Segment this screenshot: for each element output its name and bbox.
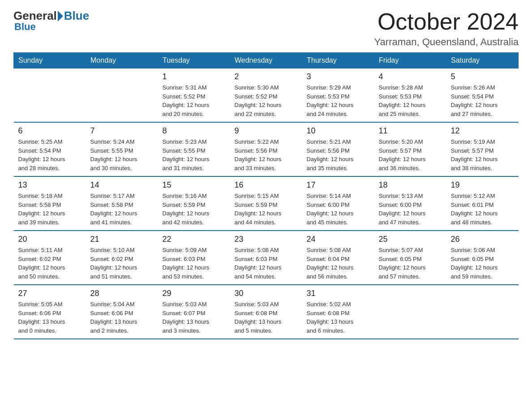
calendar-cell: 20Sunrise: 5:11 AMSunset: 6:02 PMDayligh… <box>14 231 86 285</box>
day-info: Sunrise: 5:09 AMSunset: 6:03 PMDaylight:… <box>163 246 226 281</box>
day-number: 13 <box>18 180 82 190</box>
day-number: 7 <box>90 126 154 136</box>
calendar-cell: 5Sunrise: 5:26 AMSunset: 5:54 PMDaylight… <box>446 68 519 123</box>
day-number: 29 <box>163 289 226 298</box>
calendar-cell <box>86 68 158 123</box>
day-number: 18 <box>379 180 442 190</box>
calendar-cell: 22Sunrise: 5:09 AMSunset: 6:03 PMDayligh… <box>158 231 230 285</box>
logo-subtitle: Blue <box>14 21 36 33</box>
day-number: 19 <box>451 180 514 190</box>
calendar-cell: 1Sunrise: 5:31 AMSunset: 5:52 PMDaylight… <box>158 68 230 123</box>
day-number: 28 <box>90 289 154 298</box>
calendar-table: SundayMondayTuesdayWednesdayThursdayFrid… <box>13 52 519 339</box>
calendar-week-row: 13Sunrise: 5:18 AMSunset: 5:58 PMDayligh… <box>14 176 519 231</box>
day-info: Sunrise: 5:25 AMSunset: 5:54 PMDaylight:… <box>18 137 82 172</box>
day-info: Sunrise: 5:04 AMSunset: 6:06 PMDaylight:… <box>90 300 154 335</box>
day-info: Sunrise: 5:07 AMSunset: 6:05 PMDaylight:… <box>379 246 442 281</box>
day-info: Sunrise: 5:16 AMSunset: 5:59 PMDaylight:… <box>163 192 226 227</box>
day-info: Sunrise: 5:17 AMSunset: 5:58 PMDaylight:… <box>90 192 154 227</box>
day-info: Sunrise: 5:28 AMSunset: 5:53 PMDaylight:… <box>379 83 442 118</box>
month-title: October 2024 <box>374 9 519 34</box>
day-info: Sunrise: 5:02 AMSunset: 6:08 PMDaylight:… <box>307 300 370 335</box>
calendar-cell: 12Sunrise: 5:19 AMSunset: 5:57 PMDayligh… <box>446 122 519 176</box>
calendar-week-row: 1Sunrise: 5:31 AMSunset: 5:52 PMDaylight… <box>14 68 519 123</box>
day-number: 14 <box>90 180 154 190</box>
day-number: 26 <box>451 235 514 244</box>
day-info: Sunrise: 5:14 AMSunset: 6:00 PMDaylight:… <box>307 192 370 227</box>
day-info: Sunrise: 5:03 AMSunset: 6:07 PMDaylight:… <box>163 300 226 335</box>
day-number: 12 <box>451 126 514 136</box>
day-info: Sunrise: 5:11 AMSunset: 6:02 PMDaylight:… <box>18 246 82 281</box>
weekday-header-monday: Monday <box>86 53 158 68</box>
calendar-cell: 7Sunrise: 5:24 AMSunset: 5:55 PMDaylight… <box>86 122 158 176</box>
weekday-header-row: SundayMondayTuesdayWednesdayThursdayFrid… <box>14 53 519 68</box>
day-info: Sunrise: 5:20 AMSunset: 5:57 PMDaylight:… <box>379 137 442 172</box>
day-number: 23 <box>235 235 298 244</box>
weekday-header-sunday: Sunday <box>14 53 86 68</box>
day-info: Sunrise: 5:05 AMSunset: 6:06 PMDaylight:… <box>18 300 82 335</box>
weekday-header-tuesday: Tuesday <box>158 53 230 68</box>
calendar-cell: 8Sunrise: 5:23 AMSunset: 5:55 PMDaylight… <box>158 122 230 176</box>
calendar-week-row: 20Sunrise: 5:11 AMSunset: 6:02 PMDayligh… <box>14 231 519 285</box>
day-number: 24 <box>307 235 370 244</box>
day-number: 15 <box>163 180 226 190</box>
calendar-cell: 14Sunrise: 5:17 AMSunset: 5:58 PMDayligh… <box>86 176 158 231</box>
day-number: 20 <box>18 235 82 244</box>
calendar-cell <box>14 68 86 123</box>
calendar-cell: 3Sunrise: 5:29 AMSunset: 5:53 PMDaylight… <box>302 68 374 123</box>
calendar-cell: 25Sunrise: 5:07 AMSunset: 6:05 PMDayligh… <box>374 231 446 285</box>
calendar-cell: 9Sunrise: 5:22 AMSunset: 5:56 PMDaylight… <box>230 122 302 176</box>
day-number: 16 <box>235 180 298 190</box>
day-info: Sunrise: 5:10 AMSunset: 6:02 PMDaylight:… <box>90 246 154 281</box>
day-info: Sunrise: 5:06 AMSunset: 6:05 PMDaylight:… <box>451 246 514 281</box>
calendar-cell: 28Sunrise: 5:04 AMSunset: 6:06 PMDayligh… <box>86 285 158 339</box>
day-info: Sunrise: 5:15 AMSunset: 5:59 PMDaylight:… <box>235 192 298 227</box>
day-number: 11 <box>379 126 442 136</box>
location-title: Yarraman, Queensland, Australia <box>374 36 519 48</box>
day-info: Sunrise: 5:29 AMSunset: 5:53 PMDaylight:… <box>307 83 370 118</box>
day-info: Sunrise: 5:21 AMSunset: 5:56 PMDaylight:… <box>307 137 370 172</box>
calendar-cell: 19Sunrise: 5:12 AMSunset: 6:01 PMDayligh… <box>446 176 519 231</box>
day-number: 17 <box>307 180 370 190</box>
calendar-week-row: 27Sunrise: 5:05 AMSunset: 6:06 PMDayligh… <box>14 285 519 339</box>
calendar-cell: 6Sunrise: 5:25 AMSunset: 5:54 PMDaylight… <box>14 122 86 176</box>
day-number: 22 <box>163 235 226 244</box>
day-info: Sunrise: 5:18 AMSunset: 5:58 PMDaylight:… <box>18 192 82 227</box>
calendar-cell: 11Sunrise: 5:20 AMSunset: 5:57 PMDayligh… <box>374 122 446 176</box>
calendar-cell: 30Sunrise: 5:03 AMSunset: 6:08 PMDayligh… <box>230 285 302 339</box>
day-info: Sunrise: 5:03 AMSunset: 6:08 PMDaylight:… <box>235 300 298 335</box>
calendar-cell: 2Sunrise: 5:30 AMSunset: 5:52 PMDaylight… <box>230 68 302 123</box>
day-info: Sunrise: 5:12 AMSunset: 6:01 PMDaylight:… <box>451 192 514 227</box>
day-number: 5 <box>451 72 514 81</box>
day-info: Sunrise: 5:24 AMSunset: 5:55 PMDaylight:… <box>90 137 154 172</box>
day-info: Sunrise: 5:31 AMSunset: 5:52 PMDaylight:… <box>163 83 226 118</box>
weekday-header-thursday: Thursday <box>302 53 374 68</box>
calendar-cell: 31Sunrise: 5:02 AMSunset: 6:08 PMDayligh… <box>302 285 374 339</box>
calendar-cell: 17Sunrise: 5:14 AMSunset: 6:00 PMDayligh… <box>302 176 374 231</box>
day-number: 30 <box>235 289 298 298</box>
calendar-cell: 26Sunrise: 5:06 AMSunset: 6:05 PMDayligh… <box>446 231 519 285</box>
day-info: Sunrise: 5:23 AMSunset: 5:55 PMDaylight:… <box>163 137 226 172</box>
calendar-cell: 15Sunrise: 5:16 AMSunset: 5:59 PMDayligh… <box>158 176 230 231</box>
calendar-cell: 16Sunrise: 5:15 AMSunset: 5:59 PMDayligh… <box>230 176 302 231</box>
day-number: 3 <box>307 72 370 81</box>
day-number: 4 <box>379 72 442 81</box>
weekday-header-saturday: Saturday <box>446 53 519 68</box>
calendar-cell: 27Sunrise: 5:05 AMSunset: 6:06 PMDayligh… <box>14 285 86 339</box>
day-info: Sunrise: 5:30 AMSunset: 5:52 PMDaylight:… <box>235 83 298 118</box>
day-number: 25 <box>379 235 442 244</box>
day-info: Sunrise: 5:19 AMSunset: 5:57 PMDaylight:… <box>451 137 514 172</box>
day-number: 21 <box>90 235 154 244</box>
day-number: 6 <box>18 126 82 136</box>
day-number: 31 <box>307 289 370 298</box>
day-number: 10 <box>307 126 370 136</box>
calendar-cell <box>446 285 519 339</box>
calendar-week-row: 6Sunrise: 5:25 AMSunset: 5:54 PMDaylight… <box>14 122 519 176</box>
logo: General Blue Blue <box>13 9 89 33</box>
calendar-cell <box>374 285 446 339</box>
day-info: Sunrise: 5:08 AMSunset: 6:03 PMDaylight:… <box>235 246 298 281</box>
title-area: October 2024 Yarraman, Queensland, Austr… <box>374 9 519 48</box>
day-number: 27 <box>18 289 82 298</box>
calendar-cell: 29Sunrise: 5:03 AMSunset: 6:07 PMDayligh… <box>158 285 230 339</box>
day-number: 2 <box>235 72 298 81</box>
